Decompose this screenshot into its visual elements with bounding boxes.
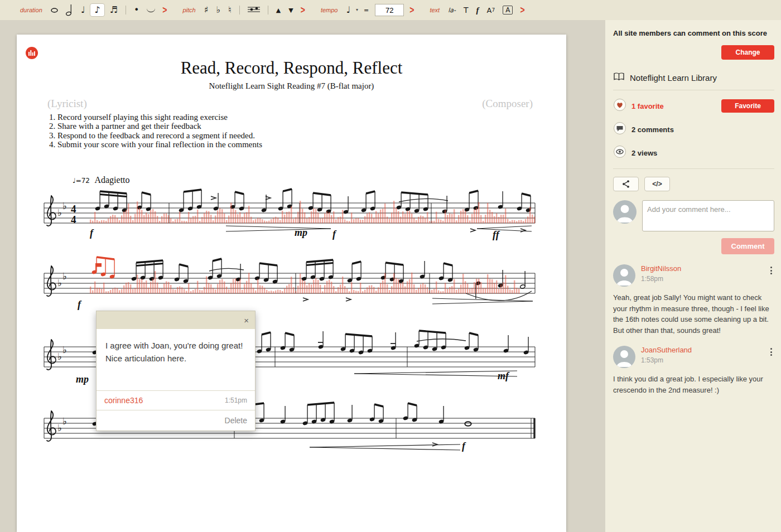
flat-sign: ♭ bbox=[62, 270, 67, 282]
close-icon[interactable]: × bbox=[244, 316, 249, 325]
lyrics-tool-icon[interactable]: la- bbox=[445, 6, 459, 14]
composer-placeholder[interactable]: (Composer) bbox=[482, 98, 533, 110]
popup-actions-row: Delete bbox=[97, 410, 255, 431]
dynamic-marking[interactable]: f bbox=[78, 299, 81, 311]
score-comment-popup: × I agree with Joan, you're doing great!… bbox=[96, 311, 255, 431]
text-tool-icon[interactable]: T bbox=[461, 5, 471, 15]
staff-notes-icon[interactable] bbox=[245, 4, 263, 16]
instruction-line: 4. Submit your score with your final ref… bbox=[49, 140, 262, 149]
embed-code-button[interactable]: </> bbox=[644, 177, 670, 191]
eighth-note-icon[interactable]: ♪ bbox=[90, 3, 104, 17]
comments-row: 2 comments bbox=[613, 122, 774, 137]
duration-section-label: duration bbox=[20, 7, 42, 13]
comment-input[interactable] bbox=[642, 200, 774, 231]
dynamic-marking[interactable]: f bbox=[90, 228, 93, 239]
sixteenth-note-icon[interactable]: ♬ bbox=[107, 4, 120, 16]
comment-author[interactable]: BirgitNilsson bbox=[641, 264, 681, 273]
half-note-icon[interactable] bbox=[63, 3, 76, 17]
duration-more-arrow-icon[interactable]: > bbox=[162, 4, 167, 16]
tempo-quarter-note-icon[interactable]: ♩ bbox=[343, 4, 353, 16]
book-icon bbox=[613, 72, 625, 83]
favorite-button[interactable]: Favorite bbox=[721, 99, 774, 113]
popup-author[interactable]: corinne316 bbox=[104, 396, 143, 405]
favorites-count[interactable]: 1 favorite bbox=[631, 102, 664, 110]
kebab-menu-icon[interactable] bbox=[768, 346, 774, 368]
separator bbox=[126, 6, 126, 14]
comment-author[interactable]: JoanSutherland bbox=[641, 346, 692, 354]
audio-waveform-overlay bbox=[90, 201, 535, 224]
text-more-arrow-icon[interactable]: > bbox=[520, 4, 524, 16]
instructions-block: 1. Record yourself playing this sight re… bbox=[49, 113, 262, 149]
natural-icon[interactable]: ♮ bbox=[225, 4, 234, 16]
views-row: 2 views bbox=[613, 145, 774, 161]
flat-sign: ♭ bbox=[62, 200, 67, 211]
lyricist-placeholder[interactable]: (Lyricist) bbox=[47, 98, 87, 110]
flat-icon[interactable]: ♭ bbox=[214, 4, 224, 16]
dynamic-marking[interactable]: f bbox=[332, 229, 336, 240]
library-label: Noteflight Learn Library bbox=[630, 73, 717, 83]
instruction-line: 2. Share with a partner and get their fe… bbox=[49, 122, 262, 130]
instruction-line: 3. Respond to the feedback and rerecord … bbox=[49, 131, 262, 140]
comment-item: JoanSutherland 1:53pm I think you did a … bbox=[613, 346, 774, 395]
pitch-up-icon[interactable]: ▲ bbox=[273, 6, 283, 14]
flat-sign: ♭ bbox=[57, 277, 62, 288]
kebab-menu-icon[interactable] bbox=[768, 264, 774, 287]
music-system-2[interactable]: ♭ ♭ bbox=[42, 262, 538, 316]
flat-sign: ♭ bbox=[57, 351, 62, 362]
whole-note-icon[interactable] bbox=[48, 7, 61, 14]
music-system-1[interactable]: ♭ ♭ 4 4 bbox=[42, 192, 538, 245]
score-title: Read, Record, Respond, Reflect bbox=[17, 58, 566, 78]
chord-superscript: 7 bbox=[491, 8, 495, 13]
comment-composer bbox=[613, 200, 774, 231]
heart-icon bbox=[613, 98, 626, 114]
dynamic-marking[interactable]: mf bbox=[498, 370, 509, 382]
text-section-label: text bbox=[430, 7, 440, 13]
popup-header: × bbox=[97, 311, 255, 329]
comments-count[interactable]: 2 comments bbox=[631, 125, 674, 134]
comment-text: I think you did a great job. I especiall… bbox=[613, 374, 774, 395]
flat-sign: ♭ bbox=[62, 415, 67, 427]
dynamic-marking[interactable]: ff bbox=[493, 229, 499, 241]
dynamic-marking[interactable]: mp bbox=[295, 227, 307, 239]
dynamic-marking[interactable]: f bbox=[462, 441, 465, 452]
chord-symbol-tool-icon[interactable]: A7 bbox=[484, 6, 498, 15]
pitch-more-arrow-icon[interactable]: > bbox=[301, 4, 305, 16]
time-signature-top: 4 bbox=[71, 203, 76, 215]
boxed-text-tool-icon[interactable]: A bbox=[500, 4, 515, 16]
divider bbox=[613, 168, 774, 169]
dynamics-tool-icon[interactable]: f bbox=[474, 5, 482, 16]
tempo-input[interactable] bbox=[375, 4, 404, 16]
augmentation-dot-icon[interactable]: • bbox=[131, 4, 142, 16]
share-icon bbox=[621, 180, 630, 188]
delete-button[interactable]: Delete bbox=[225, 416, 247, 425]
quarter-note-icon[interactable]: ♩ bbox=[78, 4, 88, 16]
change-button[interactable]: Change bbox=[721, 45, 774, 60]
share-button[interactable] bbox=[613, 177, 639, 191]
comment-time: 1:58pm bbox=[641, 275, 681, 283]
tempo-section-label: tempo bbox=[321, 7, 338, 13]
sharp-icon[interactable]: ♯ bbox=[201, 4, 211, 16]
instruction-line: 1. Record yourself playing this sight re… bbox=[49, 113, 262, 122]
popup-meta-row: corinne316 1:51pm bbox=[97, 390, 255, 410]
tempo-marking: ♩=72 Adagietto bbox=[73, 175, 130, 185]
tie-icon[interactable] bbox=[144, 7, 158, 13]
sidebar: All site members can comment on this sco… bbox=[605, 20, 781, 532]
comment-submit-button[interactable]: Comment bbox=[721, 238, 774, 254]
toolbar: duration ♩ ♪ ♬ • > pitch ♯ ♭ ♮ ▲ ▼ > tem… bbox=[0, 0, 781, 20]
share-actions: </> bbox=[613, 177, 774, 191]
views-count: 2 views bbox=[631, 149, 657, 157]
popup-comment-text: I agree with Joan, you're doing great! N… bbox=[97, 329, 255, 390]
comment-time: 1:53pm bbox=[641, 356, 692, 364]
flat-sign: ♭ bbox=[62, 344, 67, 355]
comment-item: BirgitNilsson 1:58pm Yeah, great job Sal… bbox=[613, 264, 774, 336]
speech-bubble-icon bbox=[613, 122, 626, 137]
separator bbox=[268, 6, 268, 14]
pitch-down-icon[interactable]: ▼ bbox=[286, 6, 296, 14]
popup-timestamp: 1:51pm bbox=[225, 396, 247, 404]
permission-text: All site members can comment on this sco… bbox=[613, 29, 774, 37]
tempo-more-arrow-icon[interactable]: > bbox=[409, 4, 414, 16]
avatar bbox=[613, 200, 637, 224]
dynamic-marking[interactable]: mp bbox=[76, 374, 89, 385]
library-link[interactable]: Noteflight Learn Library bbox=[613, 72, 774, 83]
tempo-caret-icon[interactable]: ▾ bbox=[355, 8, 359, 12]
